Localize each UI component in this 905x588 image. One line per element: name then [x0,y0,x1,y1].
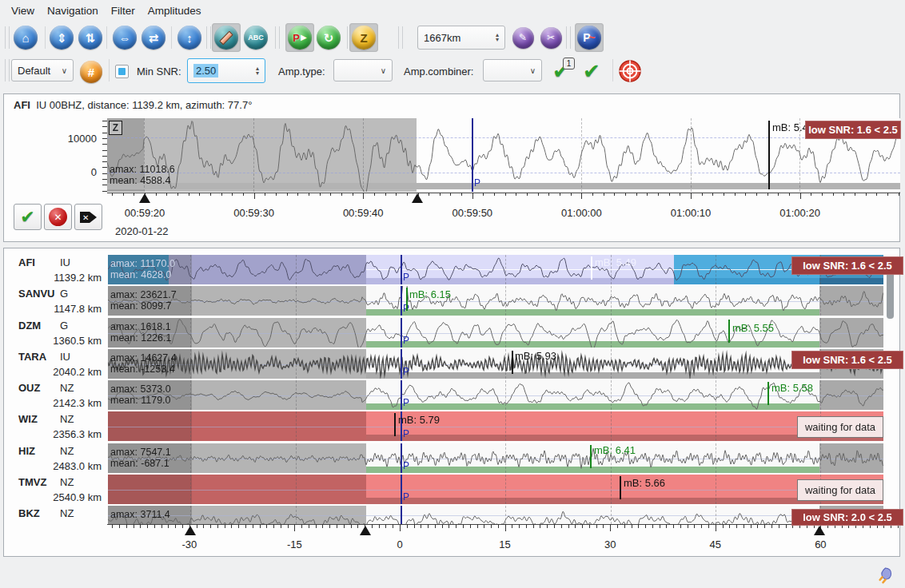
spin-arrows-icon[interactable]: ▴▾ [496,33,499,42]
main-waveform[interactable]: Zamax: 11018.6mean: 4588.4PmB: 5.4low SN… [107,118,900,192]
axis-tick [822,193,823,196]
filter-hash-button[interactable]: # [77,58,106,86]
menu-bar: View Navigation Filter Amplitudes [0,0,905,22]
accept-amplitude-button[interactable]: ✔ [14,204,42,230]
trace-area[interactable]: amax: 11170.0mean: 4628.0PmB: 5.49 [108,255,883,284]
axis-tick [477,524,478,528]
trace-area[interactable]: PmB: 5.79 [108,411,883,441]
mb-marker-line[interactable] [591,256,592,280]
profile-combobox[interactable]: Default ∨ [11,59,74,81]
mb-marker-line[interactable] [768,121,770,189]
time-tick-label: 01:00:20 [779,207,820,219]
station-labels-button[interactable]: ABC [241,23,270,52]
p-pick-line[interactable] [401,318,402,348]
mb-marker-line[interactable] [406,288,408,311]
trace-area[interactable]: amax: 23621.7mean: 8099.7PmB: 6.15 [108,286,883,316]
window-start-marker[interactable] [139,193,150,203]
menu-navigation[interactable]: Navigation [44,5,108,17]
mb-marker-line[interactable] [512,351,513,374]
chevron-down-icon: ∨ [530,66,536,75]
axis-tick [833,193,834,196]
toolbar-handle[interactable] [5,59,10,81]
trace-row-dzm[interactable]: DZMG1360.5 kmamax: 1618.1mean: 1226.1PmB… [4,318,901,348]
component-z-button[interactable]: Z [349,23,378,52]
measure-amplitude-button[interactable] [212,23,241,52]
reject-amplitude-button[interactable]: ✕ [44,204,72,230]
network-code: G [60,320,68,332]
mb-marker-line[interactable] [767,382,769,405]
window-end-marker[interactable] [412,193,423,203]
trace-area[interactable]: amax: 1618.1mean: 1226.1PmB: 5.55 [108,318,883,348]
trace-row-bkz[interactable]: BKZNZamax: 3711.4low SNR: 2.0 < 2.5 [4,506,901,524]
recompute-amplitudes-button[interactable]: P~ [575,23,604,52]
axis-tick [210,193,211,196]
menu-view[interactable]: View [8,5,44,17]
amp-type-combobox[interactable]: ∨ [333,59,393,81]
p-pick-line[interactable] [401,255,402,284]
show-phases-button[interactable]: P▶ [285,23,314,52]
network-code: NZ [60,445,74,457]
axis-tick [757,524,758,528]
axis-tick [396,193,397,196]
p-pick-line[interactable] [401,349,402,379]
menu-amplitudes[interactable]: Amplitudes [145,5,211,17]
cut-window-button[interactable]: ✂ [536,23,565,52]
signal-start-marker[interactable] [360,526,371,535]
amp-combiner-combobox[interactable]: ∨ [483,59,542,81]
relative-tick-label: 0 [397,538,402,550]
menu-filter[interactable]: Filter [108,5,145,17]
p-pick-line[interactable] [401,286,402,316]
p-pick-line[interactable] [401,475,402,504]
axis-tick [134,193,134,196]
compute-one-amplitude-button[interactable]: ✔ 1 [547,57,576,85]
noise-window-marker[interactable] [185,526,196,535]
p-pick-line[interactable] [401,443,402,473]
zoom-vertical-button[interactable]: ⇕ [47,23,76,52]
p-pick-line[interactable] [401,380,402,410]
trace-area[interactable]: PmB: 5.66 [108,475,883,504]
trace-area[interactable]: amax: 3711.4 [108,506,883,524]
p-pick-line[interactable] [472,118,473,192]
min-snr-spinbox[interactable]: 2.50 ▴▾ [187,58,265,83]
time-tick-label: 01:00:00 [561,207,602,219]
axis-tick [560,193,560,196]
axis-tick [526,524,527,528]
commit-magnitude-button[interactable] [616,57,644,85]
spin-arrows-icon[interactable]: ▴▾ [256,66,259,76]
axis-tick [484,524,484,528]
gridline [296,411,297,441]
trace-area[interactable]: amax: 5373.0mean: 1179.0PmB: 5.58 [108,380,883,410]
mb-marker-line[interactable] [728,320,730,343]
compute-amplitudes-button[interactable]: ✔ [577,57,606,85]
trace-area[interactable]: amax: 7547.1mean: -687.1PmB: 6.41 [108,443,883,473]
fit-vertical-button[interactable]: ⇅ [76,23,105,52]
draw-pick-button[interactable]: ✎ [508,23,537,52]
align-on-pick-button[interactable]: ↻ [314,23,343,52]
min-snr-checkbox[interactable] [115,65,129,78]
distance-spinbox[interactable]: 1667km ▴▾ [417,26,505,50]
trace-row-afi[interactable]: AFIIU1139.2 kmamax: 11170.0mean: 4628.0P… [4,255,901,284]
trace-row-sanvu[interactable]: SANVUG1147.8 kmamax: 23621.7mean: 8099.7… [4,286,901,316]
zoom-horizontal-button[interactable]: ⇔ [110,23,139,52]
signal-end-marker[interactable] [814,526,825,535]
station-code: DZM [18,320,41,332]
trace-row-tmvz[interactable]: TMVZNZ2540.9 kmPmB: 5.66waiting for data [4,475,901,504]
trace-row-hiz[interactable]: HIZNZ2483.0 kmamax: 7547.1mean: -687.1Pm… [4,443,901,473]
skip-trace-button[interactable]: ✕ [74,204,102,230]
trace-row-ouz[interactable]: OUZNZ2142.3 kmamax: 5373.0mean: 1179.0Pm… [4,380,901,410]
fit-horizontal-button[interactable]: ⇄ [139,23,168,52]
trace-area[interactable]: amax: 14627.4mean: -1253.4PmB: 5.93 [108,349,883,379]
network-code: IU [60,256,70,268]
trace-row-wiz[interactable]: WIZNZ2356.3 kmPmB: 5.79waiting for data [4,411,901,441]
axis-tick [712,193,713,196]
home-button[interactable]: ⌂ [11,23,40,52]
mb-marker-line[interactable] [590,445,592,468]
p-pick-line[interactable] [401,506,402,524]
trace-row-tara[interactable]: TARAIU2040.2 kmamax: 14627.4mean: -1253.… [4,349,901,379]
network-code: NZ [60,382,74,394]
mb-marker-line[interactable] [620,476,621,499]
mb-marker-line[interactable] [394,413,396,436]
axis-tick [658,193,659,196]
normalize-amplitudes-button[interactable]: ↕ [175,23,204,52]
fit-horizontal-icon: ⇄ [142,26,165,50]
